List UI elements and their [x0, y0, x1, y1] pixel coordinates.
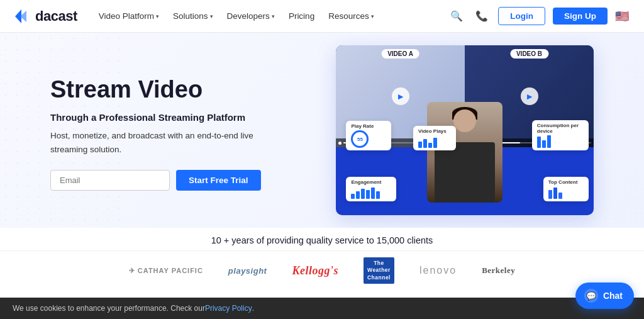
bar: [351, 194, 355, 199]
chevron-down-icon: ▾: [210, 13, 213, 20]
stats-bar: 10 + years of providing quality service …: [0, 228, 644, 251]
nav-pricing[interactable]: Pricing: [282, 8, 321, 25]
bar: [366, 190, 370, 199]
navbar: dacast Video Platform ▾ Solutions ▾ Deve…: [0, 0, 644, 33]
hero-subtitle: Through a Professional Streaming Platfor…: [50, 112, 314, 123]
bar: [356, 191, 360, 199]
signup-button[interactable]: Sign Up: [553, 8, 608, 25]
nav-links: Video Platform ▾ Solutions ▾ Developers …: [92, 8, 448, 25]
bar: [553, 187, 557, 199]
chevron-down-icon: ▾: [371, 13, 374, 20]
center-person: [427, 102, 502, 203]
hero-section: Stream Video Through a Professional Stre…: [0, 33, 644, 228]
brand-berkeley: Berkeley: [482, 266, 515, 276]
bar: [433, 138, 437, 148]
video-a-label: VIDEO A: [381, 49, 419, 59]
hero-content: Stream Video Through a Professional Stre…: [50, 33, 314, 228]
ctrl-icon: [338, 142, 341, 145]
brand-cathay-pacific: ✈ CATHAY PACIFIC: [129, 267, 203, 275]
engagement-overlay: Engagement: [346, 177, 396, 201]
hero-description: Host, monetize, and broadcast with an en…: [50, 129, 283, 156]
brand-playsight: playsight: [228, 266, 267, 276]
brands-bar: ✈ CATHAY PACIFIC playsight Kellogg's The…: [0, 251, 644, 290]
bar: [418, 142, 422, 148]
nav-video-platform[interactable]: Video Platform ▾: [92, 8, 165, 25]
cookie-suffix: .: [252, 304, 254, 313]
bar: [361, 189, 365, 199]
brand-lenovo: lenovo: [419, 265, 457, 276]
play-button-a[interactable]: ▶: [392, 87, 409, 105]
play-rate-overlay: Play Rate 55: [346, 121, 391, 150]
chat-label: Chat: [603, 291, 623, 301]
bar: [423, 139, 427, 148]
language-selector[interactable]: 🇺🇸: [615, 9, 629, 23]
bar: [537, 137, 541, 148]
stats-text: 10 + years of providing quality service …: [211, 235, 433, 245]
cookie-text: We use cookies to enhance your performan…: [13, 304, 205, 313]
video-plays-overlay: Video Plays: [413, 126, 456, 150]
video-b-label: VIDEO B: [510, 49, 548, 59]
bar: [371, 187, 375, 199]
start-trial-button[interactable]: Start Free Trial: [176, 170, 261, 191]
logo[interactable]: dacast: [15, 8, 77, 25]
person-body: [435, 142, 495, 203]
play-button-b[interactable]: ▶: [521, 87, 538, 105]
top-content-chart: [548, 186, 584, 199]
bar: [547, 135, 551, 148]
person-head: [453, 109, 476, 132]
nav-solutions[interactable]: Solutions ▾: [167, 8, 219, 25]
cookie-bar: We use cookies to enhance your performan…: [0, 298, 644, 319]
bar: [542, 140, 546, 148]
brand-kelloggs: Kellogg's: [292, 264, 338, 277]
nav-developers[interactable]: Developers ▾: [221, 8, 281, 25]
bar: [428, 143, 432, 148]
bar: [376, 191, 380, 199]
engagement-chart: [351, 186, 391, 199]
hero-video-panel: VIDEO A ▶ VIDEO B ▶: [314, 33, 594, 228]
bar: [548, 190, 552, 199]
privacy-policy-link[interactable]: Privacy Policy: [205, 304, 252, 313]
video-demo-panel: VIDEO A ▶ VIDEO B ▶: [336, 45, 594, 215]
chat-button[interactable]: 💬 Chat: [575, 283, 634, 309]
logo-text: dacast: [35, 8, 77, 25]
top-content-overlay: Top Content: [543, 177, 589, 201]
email-input[interactable]: [50, 170, 170, 191]
chevron-down-icon: ▾: [272, 13, 275, 20]
play-rate-gauge: 55: [351, 130, 369, 148]
video-plays-chart: [418, 135, 451, 148]
search-button[interactable]: 🔍: [448, 8, 465, 25]
person-image: [427, 102, 502, 203]
consumption-overlay: Consumption per device: [532, 120, 589, 150]
phone-button[interactable]: 📞: [473, 8, 491, 25]
login-button[interactable]: Login: [498, 7, 545, 25]
consumption-chart: [537, 135, 584, 148]
hero-title: Stream Video: [50, 76, 314, 104]
nav-actions: 🔍 📞 Login Sign Up 🇺🇸: [448, 7, 629, 25]
brand-weather-channel: The Weather Channel: [364, 257, 394, 283]
chat-icon: 💬: [584, 289, 598, 303]
nav-resources[interactable]: Resources ▾: [322, 8, 380, 25]
signup-form: Start Free Trial: [50, 170, 314, 191]
chevron-down-icon: ▾: [156, 13, 159, 20]
bar: [558, 193, 562, 199]
